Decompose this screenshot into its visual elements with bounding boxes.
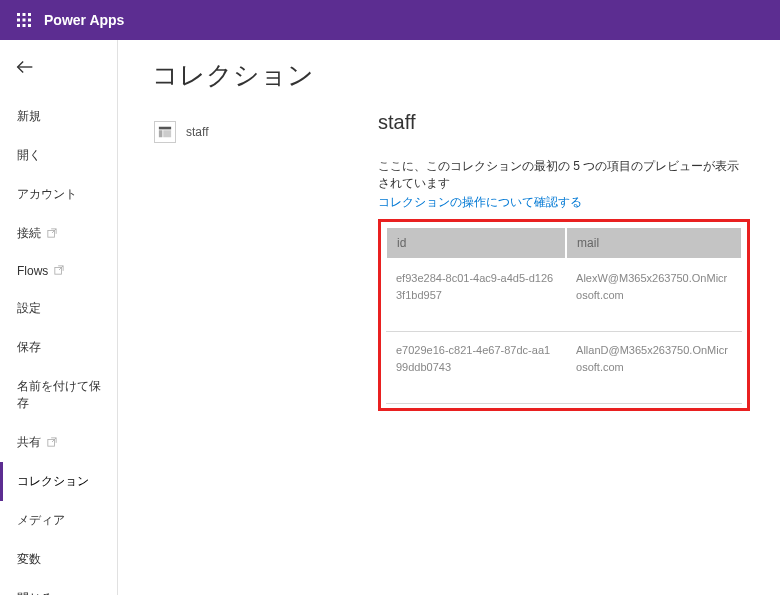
external-icon [47,437,57,449]
preview-table: id mail ef93e284-8c01-4ac9-a4d5-d1263f1b… [385,226,743,404]
app-title: Power Apps [44,12,124,28]
back-button[interactable] [0,50,117,97]
sidebar-item-label: 新規 [17,108,41,125]
column-header-id: id [386,227,566,259]
table-row: ef93e284-8c01-4ac9-a4d5-d1263f1bd957Alex… [386,259,742,332]
sidebar-item-label: コレクション [17,473,89,490]
svg-rect-2 [28,13,31,16]
table-icon [154,121,176,143]
collection-detail-title: staff [378,111,750,134]
sidebar-item-3[interactable]: 接続 [0,214,117,253]
svg-rect-5 [28,19,31,22]
external-icon [54,265,64,277]
svg-rect-7 [23,24,26,27]
sidebar-item-7[interactable]: 名前を付けて保存 [0,367,117,423]
sidebar-item-label: 開く [17,147,41,164]
table-row: e7029e16-c821-4e67-87dc-aa199ddb0743Alla… [386,332,742,404]
svg-rect-16 [159,127,171,130]
collection-detail: staff ここに、このコレクションの最初の 5 つの項目のプレビューが表示され… [378,111,750,411]
sidebar-item-12[interactable]: 閉じる [0,579,117,595]
sidebar-item-10[interactable]: メディア [0,501,117,540]
svg-rect-17 [159,130,163,137]
sidebar-item-label: アカウント [17,186,77,203]
app-header: Power Apps [0,0,780,40]
help-link[interactable]: コレクションの操作について確認する [378,194,582,211]
sidebar-item-1[interactable]: 開く [0,136,117,175]
sidebar-item-label: 設定 [17,300,41,317]
cell-mail: AllanD@M365x263750.OnMicrosoft.com [566,332,742,404]
sidebar-item-9[interactable]: コレクション [0,462,117,501]
svg-rect-8 [28,24,31,27]
svg-rect-6 [17,24,20,27]
sidebar: 新規開くアカウント接続Flows設定保存名前を付けて保存共有コレクションメディア… [0,40,118,595]
column-header-mail: mail [566,227,742,259]
sidebar-item-0[interactable]: 新規 [0,97,117,136]
sidebar-item-5[interactable]: 設定 [0,289,117,328]
sidebar-item-11[interactable]: 変数 [0,540,117,579]
sidebar-item-label: 保存 [17,339,41,356]
cell-id: e7029e16-c821-4e67-87dc-aa199ddb0743 [386,332,566,404]
preview-table-highlight: id mail ef93e284-8c01-4ac9-a4d5-d1263f1b… [378,219,750,411]
cell-id: ef93e284-8c01-4ac9-a4d5-d1263f1bd957 [386,259,566,332]
collection-item-label: staff [186,125,208,139]
svg-rect-3 [17,19,20,22]
main-content: コレクション staff staff ここに、このコレクションの最初の 5 つの… [118,40,780,595]
svg-rect-18 [163,130,171,137]
svg-rect-0 [17,13,20,16]
external-icon [47,228,57,240]
app-launcher-icon[interactable] [8,4,40,36]
sidebar-item-label: 共有 [17,434,41,451]
collection-list: staff [148,111,348,411]
preview-description: ここに、このコレクションの最初の 5 つの項目のプレビューが表示されています [378,158,750,192]
sidebar-item-6[interactable]: 保存 [0,328,117,367]
sidebar-item-label: 名前を付けて保存 [17,378,103,412]
svg-rect-4 [23,19,26,22]
sidebar-item-label: 閉じる [17,590,53,595]
page-title: コレクション [152,58,750,93]
sidebar-item-4[interactable]: Flows [0,253,117,289]
sidebar-item-8[interactable]: 共有 [0,423,117,462]
sidebar-item-2[interactable]: アカウント [0,175,117,214]
table-header-row: id mail [386,227,742,259]
sidebar-item-label: 変数 [17,551,41,568]
sidebar-item-label: Flows [17,264,48,278]
svg-rect-1 [23,13,26,16]
sidebar-item-label: 接続 [17,225,41,242]
collection-item-staff[interactable]: staff [148,111,348,153]
sidebar-item-label: メディア [17,512,65,529]
cell-mail: AlexW@M365x263750.OnMicrosoft.com [566,259,742,332]
